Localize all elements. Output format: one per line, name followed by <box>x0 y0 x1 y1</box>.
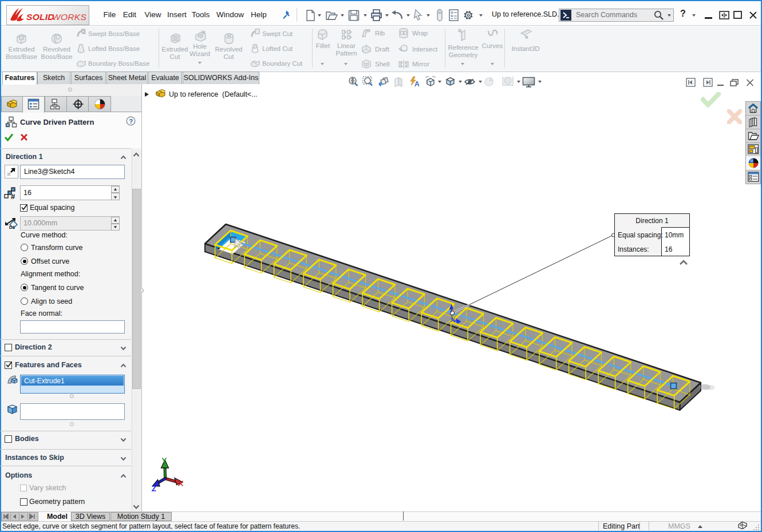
svg-text:?: ? <box>129 118 133 125</box>
svg-text:SOLID: SOLID <box>26 12 54 22</box>
svg-text:D1: D1 <box>9 225 15 230</box>
svg-text:WORKS: WORKS <box>52 12 86 22</box>
svg-text:#: # <box>11 192 15 200</box>
